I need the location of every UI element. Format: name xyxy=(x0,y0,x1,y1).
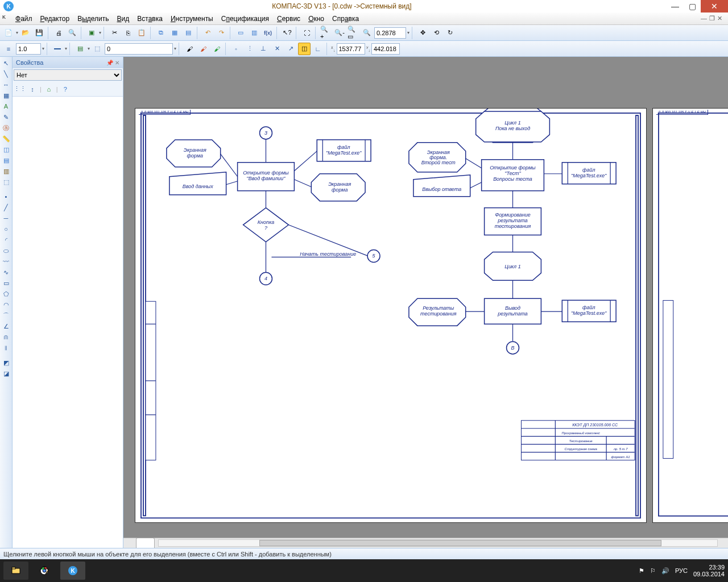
snap-ortho-button[interactable]: ∟ xyxy=(312,43,324,55)
tray-clock[interactable]: 23:39 09.03.2014 xyxy=(693,564,725,577)
snap-int-button[interactable]: ✕ xyxy=(271,43,283,55)
maximize-button[interactable]: ▢ xyxy=(684,0,701,13)
coord-x-input[interactable] xyxy=(337,43,365,55)
level-select[interactable]: Нет xyxy=(14,69,122,81)
aux-line-tool[interactable]: ╱ xyxy=(1,202,11,213)
close-button[interactable]: ✕ xyxy=(701,0,728,13)
spline-tool[interactable]: 〰 xyxy=(1,256,11,267)
menu-service[interactable]: Сервис xyxy=(273,15,304,23)
layer-button[interactable]: ▤ xyxy=(74,43,86,55)
zoom-out-button[interactable]: 🔍- xyxy=(333,27,346,39)
autolines-tool[interactable]: ⫴ xyxy=(1,343,11,353)
library-button[interactable]: ▥ xyxy=(248,27,260,39)
menu-view[interactable]: Вид xyxy=(113,15,134,23)
edit-tool[interactable]: ✎ xyxy=(1,112,11,122)
pan-button[interactable]: ✥ xyxy=(416,27,429,39)
manager-button[interactable]: ▭ xyxy=(234,27,247,39)
tray-flag-icon[interactable]: ⚑ xyxy=(639,567,644,575)
pick-tool[interactable]: ◫ xyxy=(1,144,11,155)
print-button[interactable]: 🖨 xyxy=(52,27,65,39)
zoom-input[interactable] xyxy=(374,27,406,39)
redo-button[interactable]: ↷ xyxy=(215,27,228,39)
fillet-tool[interactable]: ⌒ xyxy=(1,310,11,321)
paint3-button[interactable]: 🖌 xyxy=(210,43,223,55)
prop-help-icon[interactable]: ? xyxy=(60,84,71,94)
minimize-button[interactable]: — xyxy=(667,0,684,13)
circle-tool[interactable]: ○ xyxy=(1,224,11,234)
menu-select[interactable]: Выделить xyxy=(73,15,113,23)
scale-input[interactable] xyxy=(16,43,41,55)
new-button[interactable]: 📄 xyxy=(2,27,15,39)
manager1-tool[interactable]: ◩ xyxy=(1,357,11,368)
arrow-cursor-button[interactable]: ↖? xyxy=(281,27,293,39)
tray-action-icon[interactable]: ⚐ xyxy=(650,567,656,575)
snap-end-button[interactable]: ◦ xyxy=(230,43,242,55)
refresh-button[interactable]: ↻ xyxy=(444,27,456,39)
props2-button[interactable]: ▦ xyxy=(168,27,181,39)
bezier-tool[interactable]: ∿ xyxy=(1,267,11,277)
select-tool[interactable]: ↖ xyxy=(1,58,11,68)
snap-tan-button[interactable]: ↗ xyxy=(284,43,297,55)
prop-home-icon[interactable]: ⌂ xyxy=(44,84,54,94)
prop-filter-icon[interactable]: ⋮⋮ xyxy=(15,84,25,94)
preview-button[interactable]: 🔍 xyxy=(66,27,78,39)
menu-help[interactable]: Справка xyxy=(328,15,363,23)
pick-part-button[interactable]: ▣ xyxy=(85,27,98,39)
coord-y-input[interactable] xyxy=(371,43,400,55)
point-tool[interactable]: • xyxy=(1,192,11,202)
zoom-fit-button[interactable]: ⛶ xyxy=(300,27,313,39)
snap-perp-button[interactable]: ⊥ xyxy=(257,43,270,55)
undo-button[interactable]: ↶ xyxy=(201,27,214,39)
mdi-close-icon[interactable]: ✕ xyxy=(717,15,722,22)
contour-tool[interactable]: ◠ xyxy=(1,300,11,310)
taskbar-chrome[interactable] xyxy=(32,562,57,580)
ellipse-tool[interactable]: ⬭ xyxy=(1,246,11,256)
text-tool[interactable]: A xyxy=(1,101,11,111)
equid-tool[interactable]: ⫙ xyxy=(1,332,11,342)
layer-input[interactable] xyxy=(105,43,173,55)
param-tool[interactable]: ⓐ xyxy=(1,123,11,133)
orbit-button[interactable]: ⟲ xyxy=(430,27,442,39)
mdi-minimize-icon[interactable]: — xyxy=(701,15,707,22)
zoom-window-button[interactable]: 🔍▭ xyxy=(347,27,359,39)
snap-grid-button[interactable]: ◫ xyxy=(298,43,311,55)
chamfer-tool[interactable]: ∠ xyxy=(1,321,11,331)
snap-mid-button[interactable]: ⋮ xyxy=(243,43,256,55)
save-button[interactable]: 💾 xyxy=(33,27,46,39)
menu-window[interactable]: Окно xyxy=(304,15,328,23)
pin-icon[interactable]: 📌 ✕ xyxy=(106,60,119,66)
sheet-tab[interactable] xyxy=(136,538,155,548)
props3-button[interactable]: ▤ xyxy=(182,27,195,39)
paint1-button[interactable]: 🖌 xyxy=(183,43,196,55)
rect-tool[interactable]: ▭ xyxy=(1,278,11,288)
linestyle-button[interactable] xyxy=(51,43,64,55)
report-tool[interactable]: ▥ xyxy=(1,166,11,176)
line-tool[interactable]: ╲ xyxy=(1,69,11,79)
fx-button[interactable]: f(x) xyxy=(262,27,274,39)
copy-button[interactable]: ⎘ xyxy=(122,27,134,39)
hatch-tool[interactable]: ▦ xyxy=(1,90,11,101)
tray-sound-icon[interactable]: 🔊 xyxy=(661,567,669,575)
open-button[interactable]: 📂 xyxy=(19,27,32,39)
horizontal-scrollbar[interactable] xyxy=(123,538,728,548)
paste-button[interactable]: 📋 xyxy=(135,27,148,39)
insert-tool[interactable]: ⬚ xyxy=(1,177,11,187)
menu-file[interactable]: Файл xyxy=(11,15,36,23)
polygon-tool[interactable]: ⬠ xyxy=(1,289,11,299)
paint2-button[interactable]: 🖌 xyxy=(197,43,209,55)
drawing-canvas[interactable]: 3 Открытие формы"Ввод фамилии" Экраннаяф… xyxy=(123,57,728,538)
menu-spec[interactable]: Спецификация xyxy=(217,15,273,23)
arc-tool[interactable]: ◜ xyxy=(1,235,11,245)
menu-tools[interactable]: Инструменты xyxy=(167,15,217,23)
measure-tool[interactable]: 📏 xyxy=(1,134,11,144)
cut-button[interactable]: ✂ xyxy=(108,27,121,39)
segment-tool[interactable]: ─ xyxy=(1,213,11,223)
tray-lang[interactable]: РУС xyxy=(675,567,688,574)
mdi-restore-icon[interactable]: ❐ xyxy=(709,15,715,22)
zoom-in-button[interactable]: 🔍+ xyxy=(320,27,332,39)
system-tray[interactable]: ⚑ ⚐ 🔊 РУС 23:39 09.03.2014 xyxy=(639,564,725,577)
spec-tool[interactable]: ▤ xyxy=(1,155,11,165)
menu-editor[interactable]: Редактор xyxy=(36,15,74,23)
dimension-tool[interactable]: ↔ xyxy=(1,80,11,90)
taskbar-kompas[interactable]: K xyxy=(60,562,85,580)
